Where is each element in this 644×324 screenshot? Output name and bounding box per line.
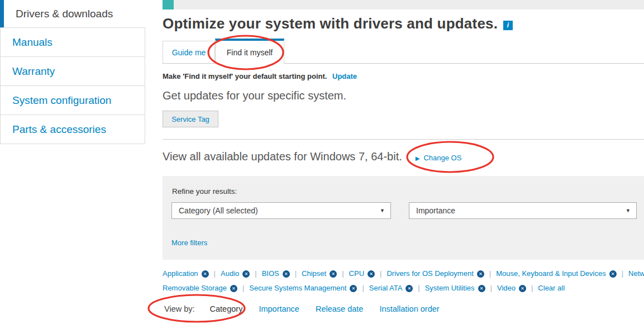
updates-heading: Get updates for your specific system.: [163, 89, 346, 102]
update-link[interactable]: Update: [332, 72, 357, 80]
sidebar-item-parts-accessories[interactable]: Parts & accessories: [0, 115, 145, 144]
service-tag-button[interactable]: Service Tag: [163, 111, 218, 127]
sidebar-item-system-configuration[interactable]: System configuration: [0, 85, 145, 115]
view-by-category[interactable]: Category: [210, 304, 243, 313]
filter-chip[interactable]: Serial ATA✕: [369, 284, 413, 292]
os-updates-text: View all available updates for Windows 7…: [163, 150, 402, 163]
filter-chip-label: Chipset: [302, 269, 326, 278]
filter-chip-row: Removable Storage✕|Secure Systems Manage…: [163, 281, 644, 296]
filter-chip[interactable]: Network✕: [628, 269, 644, 278]
remove-filter-icon[interactable]: ✕: [242, 270, 250, 278]
remove-filter-icon[interactable]: ✕: [609, 270, 617, 278]
default-start-note-text: Make 'Find it myself' your default start…: [163, 72, 327, 80]
refine-results-panel: Refine your results: Category (All selec…: [163, 176, 644, 260]
filter-chip[interactable]: Application✕: [163, 269, 209, 278]
clear-all-link[interactable]: Clear all: [538, 284, 565, 292]
separator: |: [255, 269, 256, 278]
sidebar-item-warranty[interactable]: Warranty: [0, 56, 145, 86]
filter-chip-label: Network: [628, 269, 644, 278]
change-os-link[interactable]: ▶Change OS: [416, 154, 462, 162]
category-dropdown-value: Category (All selected): [179, 206, 258, 215]
separator: |: [214, 269, 216, 278]
content-top-bar: [163, 0, 644, 9]
remove-filter-icon[interactable]: ✕: [330, 270, 337, 278]
tab-find-it-myself[interactable]: Find it myself: [215, 39, 284, 64]
sidebar-item-label: Manuals: [12, 36, 53, 49]
remove-filter-icon[interactable]: ✕: [283, 270, 290, 278]
chevron-down-icon: ▼: [626, 203, 631, 218]
separator: |: [490, 284, 492, 292]
remove-filter-icon[interactable]: ✕: [406, 285, 413, 292]
filter-chip-label: Removable Storage: [163, 284, 227, 292]
importance-dropdown-value: Importance: [416, 206, 455, 215]
sidebar-item-label: Parts & accessories: [12, 123, 106, 136]
view-by-row: View by: Category Importance Release dat…: [164, 304, 456, 313]
os-updates-line: View all available updates for Windows 7…: [163, 150, 461, 163]
info-icon[interactable]: i: [503, 21, 513, 30]
filter-chip[interactable]: System Utilities✕: [425, 284, 485, 292]
sidebar-item-label: Warranty: [12, 65, 55, 78]
separator: |: [380, 269, 381, 278]
filter-chip-label: Mouse, Keyboard & Input Devices: [496, 269, 606, 278]
page-title: Optimize your system with drivers and up…: [163, 15, 513, 32]
filter-chip[interactable]: CPU✕: [349, 269, 375, 278]
tab-label: Find it myself: [227, 48, 273, 57]
view-by-release-date[interactable]: Release date: [316, 304, 363, 313]
section-divider: [163, 139, 644, 140]
sidebar-item-label: Drivers & downloads: [16, 8, 113, 20]
filter-chip-label: Serial ATA: [369, 284, 402, 292]
chevron-down-icon: ▼: [380, 203, 385, 218]
separator: |: [362, 284, 364, 292]
teal-accent-square: [163, 0, 174, 9]
tab-guide-me[interactable]: Guide me: [163, 41, 215, 63]
tab-label: Guide me: [172, 48, 206, 57]
separator: |: [342, 269, 344, 278]
view-by-importance[interactable]: Importance: [259, 304, 299, 313]
filter-chip[interactable]: Chipset✕: [302, 269, 337, 278]
remove-filter-icon[interactable]: ✕: [478, 285, 485, 292]
sidebar-item-manuals[interactable]: Manuals: [0, 27, 145, 57]
filter-chip[interactable]: Removable Storage✕: [163, 284, 237, 292]
filter-chip[interactable]: Video✕: [497, 284, 526, 292]
sidebar-item-label: System configuration: [12, 94, 111, 107]
remove-filter-icon[interactable]: ✕: [350, 285, 357, 292]
view-by-installation-order[interactable]: Installation order: [379, 304, 439, 313]
filter-chip-label: Application: [163, 269, 198, 278]
view-by-label: View by:: [164, 304, 195, 313]
remove-filter-icon[interactable]: ✕: [230, 285, 237, 292]
separator: |: [531, 284, 533, 292]
category-dropdown[interactable]: Category (All selected) ▼: [171, 202, 391, 219]
drivers-downloads-page: Drivers & downloads Manuals Warranty Sys…: [0, 0, 644, 324]
tab-bar: Guide me Find it myself: [163, 41, 644, 64]
filter-chip[interactable]: BIOS✕: [262, 269, 290, 278]
filter-chip[interactable]: Secure Systems Management✕: [249, 284, 357, 292]
filter-chip-label: Drivers for OS Deployment: [387, 269, 473, 278]
filter-chip[interactable]: Drivers for OS Deployment✕: [387, 269, 484, 278]
separator: |: [418, 284, 419, 292]
filter-chip-label: Secure Systems Management: [249, 284, 346, 292]
filter-chip[interactable]: Audio✕: [221, 269, 250, 278]
refine-label: Refine your results:: [172, 187, 237, 196]
remove-filter-icon[interactable]: ✕: [202, 270, 209, 278]
separator: |: [242, 284, 244, 292]
filter-chip-row: Application✕|Audio✕|BIOS✕|Chipset✕|CPU✕|…: [163, 266, 644, 281]
filter-chip-label: BIOS: [262, 269, 279, 278]
importance-dropdown[interactable]: Importance ▼: [409, 202, 637, 219]
filter-chip-label: System Utilities: [425, 284, 475, 292]
triangle-right-icon: ▶: [416, 155, 420, 161]
remove-filter-icon[interactable]: ✕: [477, 270, 484, 278]
separator: |: [295, 269, 297, 278]
sidebar-item-drivers-downloads[interactable]: Drivers & downloads: [0, 0, 145, 28]
separator: |: [489, 269, 491, 278]
filter-chip[interactable]: Mouse, Keyboard & Input Devices✕: [496, 269, 617, 278]
filter-chip-label: Video: [497, 284, 516, 292]
filter-chip-group: Removable Storage✕|Secure Systems Manage…: [163, 284, 538, 292]
more-filters-link[interactable]: More filters: [171, 239, 207, 247]
separator: |: [622, 269, 623, 278]
remove-filter-icon[interactable]: ✕: [519, 285, 526, 292]
active-filters: Application✕|Audio✕|BIOS✕|Chipset✕|CPU✕|…: [163, 266, 644, 296]
filter-chip-label: CPU: [349, 269, 364, 278]
filter-chip-label: Audio: [221, 269, 239, 278]
remove-filter-icon[interactable]: ✕: [368, 270, 375, 278]
change-os-label: Change OS: [423, 154, 461, 162]
